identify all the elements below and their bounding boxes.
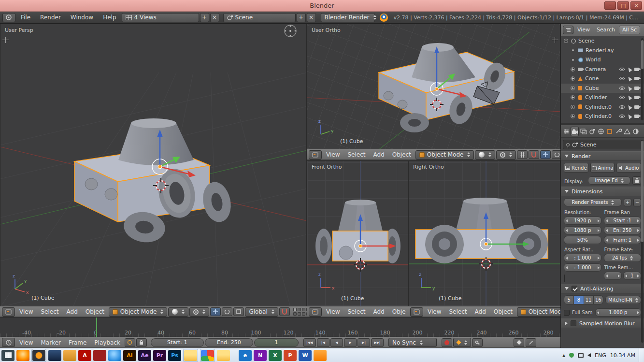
add-menu[interactable]: Add	[63, 308, 81, 315]
editor-type-button[interactable]	[2, 307, 15, 317]
taskbar-icon-messenger[interactable]	[108, 350, 121, 361]
tab-render-icon[interactable]	[571, 127, 579, 136]
add-menu[interactable]: Add	[370, 308, 388, 315]
expand-icon[interactable]	[571, 86, 575, 90]
outliner-item-cube[interactable]: Cube	[561, 84, 644, 93]
taskbar-icon-media-player[interactable]	[48, 350, 61, 361]
add-menu[interactable]: Add	[370, 151, 388, 158]
keyframe-type-button[interactable]	[514, 338, 524, 347]
taskbar-icon-edge[interactable]: e	[239, 350, 252, 361]
snap-magnet-button[interactable]	[529, 150, 539, 159]
tab-object-icon[interactable]	[605, 127, 614, 136]
taskbar-icon-onenote[interactable]: N	[254, 350, 267, 361]
render-button[interactable]: Rende	[564, 163, 588, 173]
visibility-eye-icon[interactable]	[619, 68, 625, 71]
outliner-item-cylinder0[interactable]: Cylinder.0	[561, 102, 644, 112]
tab-render-layers-icon[interactable]	[579, 127, 587, 136]
viewport-right-ortho[interactable]: z y Right Ortho (1) Cube	[408, 160, 560, 306]
orbit-gizmo-icon[interactable]	[285, 25, 296, 37]
taskbar-icon-photoshop[interactable]: Ps	[168, 350, 181, 361]
fps-dropdown[interactable]: 24 fps	[604, 254, 642, 262]
renderability-camera-icon[interactable]	[634, 77, 639, 80]
taskbar-icon-illustrator[interactable]: Ai	[123, 350, 136, 361]
editor-type-button[interactable]	[410, 307, 423, 317]
mode-dropdown[interactable]: Object Mode	[415, 150, 474, 159]
lock-range-button[interactable]	[136, 338, 147, 347]
taskbar-icon-explorer[interactable]	[184, 350, 197, 361]
selectability-cursor-icon[interactable]	[627, 114, 632, 119]
selectability-cursor-icon[interactable]	[627, 104, 632, 110]
expand-icon[interactable]	[571, 95, 575, 100]
delete-scene-button[interactable]: ×	[307, 13, 316, 22]
lock-button[interactable]	[632, 176, 641, 185]
object-menu[interactable]: Object	[82, 308, 108, 315]
taskbar-icon-red-app[interactable]	[93, 350, 106, 361]
timeline-marker-menu[interactable]: Marker	[37, 339, 64, 346]
layers-grid-left[interactable]	[293, 308, 307, 316]
display-mode-dropdown[interactable]: Image Ed	[588, 176, 630, 185]
select-menu[interactable]: Select	[445, 308, 470, 315]
frame-end-field[interactable]: En: 250	[604, 226, 642, 234]
play-reverse-button[interactable]: ◀	[330, 338, 343, 347]
dimensions-panel-header[interactable]: Dimensions	[561, 187, 644, 196]
jump-to-start-button[interactable]: |◀◀	[303, 338, 316, 347]
sync-dropdown[interactable]: No Sync	[388, 338, 437, 347]
insert-keyframe-button[interactable]	[472, 338, 483, 347]
taskbar-icon-premiere[interactable]: Pr	[153, 350, 166, 361]
taskbar-icon-file-tool[interactable]	[63, 350, 76, 361]
taskbar-icon-blender[interactable]	[32, 350, 45, 361]
select-menu[interactable]: Select	[344, 151, 369, 158]
manipulator-translate-button[interactable]	[540, 150, 551, 159]
filter-size-field[interactable]: 1.000 p	[595, 308, 642, 317]
viewport-user-ortho[interactable]: z y User Ortho (1) Cube	[307, 24, 560, 149]
taskbar-icon-powerpoint[interactable]: P	[284, 350, 297, 361]
window-menu[interactable]: Window	[66, 14, 98, 21]
outliner-item-world[interactable]: World	[561, 55, 644, 65]
viewport-front-ortho[interactable]: z x Front Ortho (1) Cube	[307, 160, 408, 306]
view-menu[interactable]: View	[16, 308, 36, 315]
file-menu[interactable]: File	[16, 14, 35, 21]
visibility-eye-icon[interactable]	[619, 87, 625, 90]
properties-editor[interactable]: Scene Render Rende Anima Audio	[561, 123, 644, 348]
expand-icon[interactable]	[571, 114, 575, 118]
outliner-item-renderlayers[interactable]: RenderLay	[561, 46, 644, 56]
taskbar-icon-excel[interactable]: X	[269, 350, 282, 361]
pin-icon[interactable]	[566, 143, 570, 146]
taskbar-icon-chrome[interactable]	[201, 350, 214, 361]
taskbar-icon-folder-media[interactable]	[217, 350, 230, 361]
outliner-scrollbar[interactable]	[641, 38, 644, 120]
current-frame-field[interactable]: 1	[254, 338, 299, 347]
minimize-button[interactable]: –	[604, 1, 616, 10]
outliner-item-cylinder0b[interactable]: Cylinder.0	[561, 112, 644, 121]
motion-blur-checkbox[interactable]	[571, 320, 576, 326]
add-menu[interactable]: Add	[472, 308, 489, 315]
viewport-user-persp[interactable]: z x y User Persp (1) Cube	[0, 24, 307, 306]
outliner-item-cylinder[interactable]: Cylinder	[561, 93, 644, 102]
manipulator-translate-button[interactable]	[210, 307, 221, 316]
info-editor-selector[interactable]	[2, 13, 15, 22]
shading-dropdown[interactable]	[475, 150, 495, 159]
mode-dropdown[interactable]: Object Mode	[109, 307, 168, 317]
add-layout-button[interactable]: +	[200, 13, 209, 22]
antialiasing-panel-header[interactable]: Anti-Aliasing	[561, 284, 644, 293]
taskbar-icon-word[interactable]: W	[299, 350, 312, 361]
maximize-button[interactable]: □	[617, 1, 629, 10]
view-menu[interactable]: View	[323, 308, 343, 315]
render-panel-header[interactable]: Render	[561, 151, 644, 161]
next-keyframe-button[interactable]: ▶|	[358, 338, 370, 347]
properties-scrollbar[interactable]	[641, 140, 644, 343]
aa-samples-11[interactable]: 11	[584, 295, 594, 304]
edit-button[interactable]	[526, 338, 536, 347]
timeline-playback-menu[interactable]: Playback	[91, 339, 124, 346]
jump-to-end-button[interactable]: ▶▶|	[371, 338, 384, 347]
antialiasing-checkbox[interactable]	[572, 286, 577, 291]
resolution-y-field[interactable]: 1080 p	[564, 226, 601, 234]
shading-dropdown[interactable]	[168, 307, 188, 317]
selectability-cursor-icon[interactable]	[627, 85, 632, 91]
toolshelf-open-icon[interactable]	[2, 37, 9, 43]
layers-widget[interactable]	[293, 308, 307, 316]
renderability-camera-icon[interactable]	[634, 115, 639, 118]
resolution-percentage-field[interactable]: 50%	[564, 236, 601, 244]
clock[interactable]: 10:34 AM	[610, 352, 635, 359]
renderability-camera-icon[interactable]	[634, 96, 639, 99]
